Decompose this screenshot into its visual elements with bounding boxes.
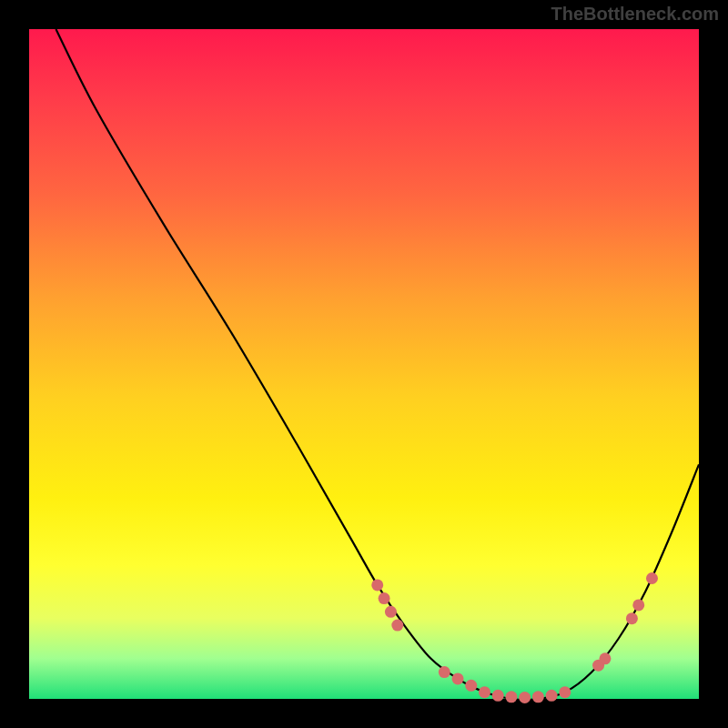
chart-container: TheBottleneck.com: [0, 0, 728, 728]
data-point: [379, 592, 390, 604]
data-point: [532, 691, 544, 703]
data-point: [371, 579, 383, 591]
data-point: [452, 672, 464, 684]
data-point: [632, 599, 644, 611]
plot-area: [29, 29, 699, 699]
data-point: [626, 612, 638, 624]
data-point: [439, 666, 450, 678]
data-point: [385, 606, 397, 618]
data-point: [559, 686, 571, 698]
data-point: [465, 680, 477, 692]
data-point: [646, 572, 658, 584]
data-point: [519, 692, 531, 703]
data-point: [546, 690, 558, 702]
watermark-text: TheBottleneck.com: [551, 4, 719, 25]
chart-svg: [29, 29, 699, 699]
data-point: [391, 620, 403, 632]
data-point: [599, 652, 611, 664]
data-point: [479, 686, 490, 698]
curve-line: [56, 29, 699, 700]
data-point: [505, 691, 517, 703]
data-point: [492, 690, 504, 702]
